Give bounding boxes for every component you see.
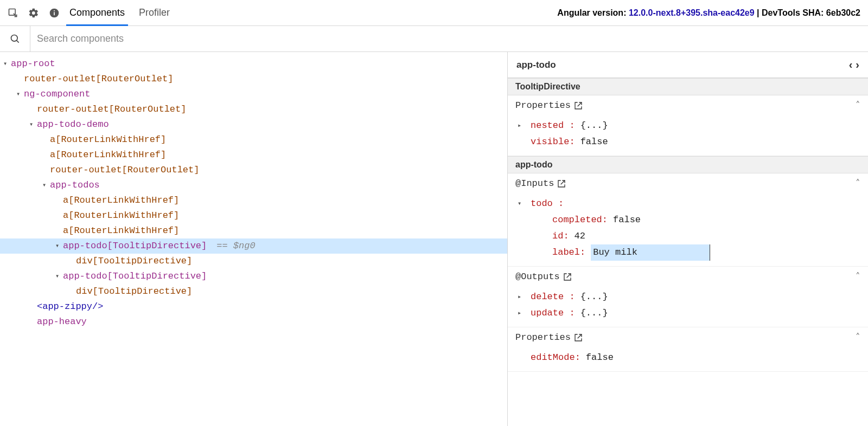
chevron-down-icon[interactable]: ▾ <box>518 196 525 212</box>
tree-row[interactable]: ▾a[RouterLinkWithHref] <box>0 193 507 208</box>
prop-row[interactable]: ▸editMode:false <box>518 350 868 366</box>
props-list: ▸editMode:false <box>508 347 868 371</box>
gear-icon[interactable] <box>28 8 39 18</box>
prop-value: {...} <box>580 305 608 321</box>
props-list: ▸nested :{...} ▸visible:false <box>508 115 868 156</box>
group-outputs: @Outputs ˄ ▸delete :{...} ▸update :{...} <box>508 267 868 327</box>
tree-label: app-todo-demo <box>37 117 109 132</box>
detail-title: app-todo <box>516 60 556 70</box>
tab-profiler[interactable]: Profiler <box>139 0 170 25</box>
tree-row[interactable]: ▾router-outlet[RouterOutlet] <box>0 102 507 117</box>
tree-label: <app-zippy/> <box>37 299 103 314</box>
svg-rect-3 <box>54 10 55 11</box>
version-link[interactable]: 12.0.0-next.8+395.sha-eac42e9 <box>629 8 755 17</box>
prop-row[interactable]: ▸visible:false <box>518 134 868 150</box>
chevron-down-icon[interactable]: ▾ <box>42 178 50 193</box>
tree-row[interactable]: ▾a[RouterLinkWithHref] <box>0 132 507 147</box>
tree-row[interactable]: ▾app-heavy <box>0 314 507 330</box>
group-inputs: @Inputs ˄ ▾todo : ▸completed:false ▸id:4… <box>508 173 868 267</box>
open-external-icon[interactable] <box>563 273 572 281</box>
group-header[interactable]: @Outputs ˄ <box>508 267 868 287</box>
prop-value[interactable]: 42 <box>575 228 585 244</box>
chevron-up-icon[interactable]: ˄ <box>856 271 860 282</box>
prop-value[interactable]: false <box>613 212 641 228</box>
prop-value-editing[interactable]: Buy milk <box>591 244 710 261</box>
chevron-right-icon[interactable]: ▸ <box>518 118 525 134</box>
topbar: Components Profiler Angular version: 12.… <box>0 0 868 26</box>
open-external-icon[interactable] <box>574 101 583 110</box>
group-label: Properties <box>515 100 571 111</box>
chevron-down-icon[interactable]: ▾ <box>55 269 63 284</box>
component-tree[interactable]: ▾app-root ▾router-outlet[RouterOutlet] ▾… <box>0 52 508 426</box>
tree-label: a[RouterLinkWithHref] <box>63 208 179 223</box>
prop-name: completed: <box>552 212 608 228</box>
group-properties-1: Properties ˄ ▸nested :{...} ▸visible:fal… <box>508 95 868 156</box>
prop-value[interactable]: false <box>580 134 608 150</box>
tree-row[interactable]: ▾app-root <box>0 56 507 72</box>
tree-row[interactable]: ▾<app-zippy/> <box>0 299 507 314</box>
tabs: Components Profiler <box>69 0 170 25</box>
tree-row[interactable]: ▾ng-component <box>0 87 507 102</box>
info-icon[interactable] <box>49 8 60 18</box>
open-external-icon[interactable] <box>557 179 566 188</box>
prop-name: delete : <box>531 289 575 305</box>
chevron-right-icon[interactable]: ▸ <box>518 305 525 321</box>
group-header[interactable]: Properties ˄ <box>508 327 868 347</box>
tree-row[interactable]: ▾app-todo[TooltipDirective] <box>0 269 507 284</box>
prop-row[interactable]: ▸completed:false <box>518 212 868 228</box>
svg-point-4 <box>11 35 17 41</box>
topbar-icons <box>8 8 60 18</box>
tree-label: div[TooltipDirective] <box>76 254 192 269</box>
tree-label: ng-component <box>24 87 90 102</box>
tree-row[interactable]: ▾router-outlet[RouterOutlet] <box>0 72 507 87</box>
tree-row[interactable]: ▾div[TooltipDirective] <box>0 254 507 269</box>
prop-value[interactable]: false <box>586 350 614 366</box>
prop-row[interactable]: ▸label:Buy milk <box>518 244 868 261</box>
prop-name: nested : <box>531 118 575 134</box>
chevron-up-icon[interactable]: ˄ <box>856 100 860 111</box>
tree-label: a[RouterLinkWithHref] <box>63 223 179 238</box>
chevron-up-icon[interactable]: ˄ <box>856 332 860 343</box>
group-header[interactable]: Properties ˄ <box>508 95 868 115</box>
inspect-icon[interactable] <box>8 8 18 18</box>
tree-label: app-todo[TooltipDirective] <box>63 238 207 254</box>
open-external-icon[interactable] <box>574 333 583 342</box>
source-nav[interactable]: ‹› <box>849 59 859 71</box>
chevron-up-icon[interactable]: ˄ <box>856 178 860 189</box>
chevron-right-icon[interactable]: ▸ <box>518 289 525 305</box>
prop-value: {...} <box>580 289 608 305</box>
chevron-right-icon[interactable]: › <box>856 59 859 71</box>
tree-row[interactable]: ▾app-todos <box>0 178 507 193</box>
search-input[interactable] <box>30 26 868 51</box>
prop-row[interactable]: ▸delete :{...} <box>518 289 868 305</box>
tab-components[interactable]: Components <box>69 0 125 25</box>
detail-pane: app-todo ‹› TooltipDirective Properties … <box>508 52 868 426</box>
prop-row[interactable]: ▸nested :{...} <box>518 118 868 134</box>
prop-row[interactable]: ▾todo : <box>518 196 868 212</box>
chevron-down-icon[interactable]: ▾ <box>55 238 63 254</box>
searchbar <box>0 26 868 52</box>
chevron-down-icon[interactable]: ▾ <box>29 117 37 132</box>
tree-row[interactable]: ▾a[RouterLinkWithHref] <box>0 208 507 223</box>
tree-label: a[RouterLinkWithHref] <box>50 147 166 163</box>
group-header[interactable]: @Inputs ˄ <box>508 173 868 193</box>
prop-row[interactable]: ▸update :{...} <box>518 305 868 321</box>
version-suffix: | DevTools SHA: 6eb30c2 <box>755 8 860 17</box>
tree-row[interactable]: ▾app-todo-demo <box>0 117 507 132</box>
prop-row[interactable]: ▸id:42 <box>518 228 868 244</box>
chevron-down-icon[interactable]: ▾ <box>16 87 24 102</box>
tree-row[interactable]: ▾a[RouterLinkWithHref] <box>0 223 507 238</box>
search-icon[interactable] <box>0 26 30 51</box>
prop-name: editMode: <box>531 350 580 366</box>
tree-row[interactable]: ▾div[TooltipDirective] <box>0 284 507 299</box>
prop-name: label: <box>552 244 585 261</box>
tree-row-selected[interactable]: ▾app-todo[TooltipDirective]== $ng0 <box>0 238 507 254</box>
group-label: @Inputs <box>515 178 554 189</box>
chevron-down-icon[interactable]: ▾ <box>3 56 11 72</box>
chevron-left-icon[interactable]: ‹ <box>849 59 853 71</box>
section-app-todo: app-todo <box>508 156 868 173</box>
svg-line-5 <box>16 40 18 42</box>
group-label: @Outputs <box>515 272 560 282</box>
tree-row[interactable]: ▾router-outlet[RouterOutlet] <box>0 163 507 178</box>
tree-row[interactable]: ▾a[RouterLinkWithHref] <box>0 147 507 163</box>
